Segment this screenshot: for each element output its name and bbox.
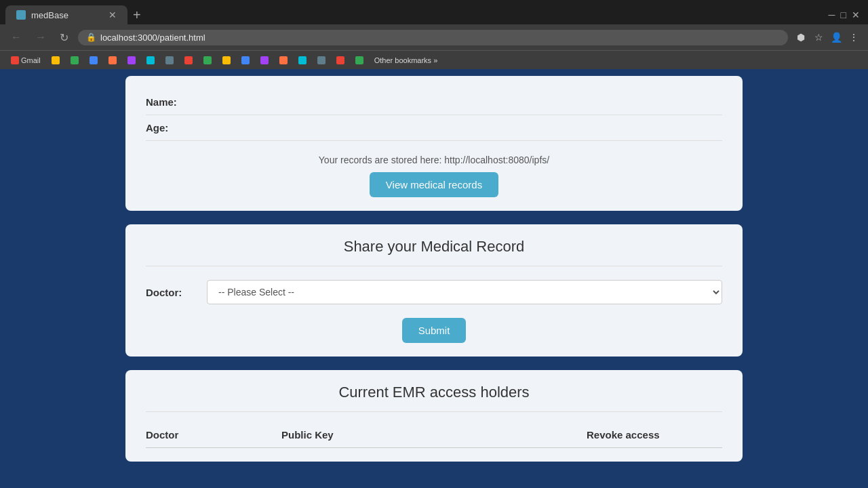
nav-bar: ← → ↻ 🔒 localhost:3000/patient.html ⬢ ☆ …: [0, 24, 868, 50]
profile-icon[interactable]: 👤: [829, 30, 844, 45]
share-card-header: Share your Medical Record: [146, 238, 722, 266]
bookmark-15[interactable]: [294, 55, 311, 66]
doctor-label: Doctor:: [146, 287, 193, 298]
share-record-card: Share your Medical Record Doctor: -- Ple…: [125, 224, 743, 357]
name-label: Name:: [146, 96, 186, 108]
content-wrapper: Name: Age: Your records are stored here:…: [112, 69, 756, 488]
address-bar[interactable]: 🔒 localhost:3000/patient.html: [78, 30, 788, 45]
bookmark-13[interactable]: [256, 55, 273, 66]
tab-title: medBase: [31, 10, 68, 20]
records-info-text: Your records are stored here: http://loc…: [146, 155, 722, 165]
view-records-button[interactable]: View medical records: [370, 172, 498, 197]
submit-button[interactable]: Submit: [402, 318, 467, 343]
close-button[interactable]: ✕: [849, 9, 863, 20]
bookmark-3[interactable]: [66, 55, 83, 66]
name-row: Name:: [146, 89, 722, 115]
lock-icon: 🔒: [86, 33, 96, 42]
new-tab-button[interactable]: +: [127, 7, 146, 23]
bookmark-16[interactable]: [313, 55, 330, 66]
bookmark-12[interactable]: [237, 55, 254, 66]
access-holders-card: Current EMR access holders Doctor Public…: [125, 370, 743, 462]
col-header-revoke: Revoke access: [587, 429, 722, 441]
col-header-doctor: Doctor: [146, 429, 281, 441]
access-table: Doctor Public Key Revoke access: [146, 422, 722, 448]
bookmark-14[interactable]: [275, 55, 292, 66]
patient-info-card: Name: Age: Your records are stored here:…: [125, 76, 743, 211]
age-row: Age:: [146, 115, 722, 141]
bookmark-8[interactable]: [161, 55, 178, 66]
bookmark-10[interactable]: [199, 55, 216, 66]
age-label: Age:: [146, 122, 186, 134]
bookmark-gmail[interactable]: Gmail: [7, 55, 45, 66]
tab-bar: medBase ✕ + ─ □ ✕: [0, 0, 868, 24]
active-tab[interactable]: medBase ✕: [5, 5, 127, 24]
extensions-icon[interactable]: ⬢: [793, 30, 808, 45]
bookmarks-bar: Gmail Other bookmarks »: [0, 50, 868, 69]
browser-chrome: medBase ✕ + ─ □ ✕ ← → ↻ 🔒 localhost:3000…: [0, 0, 868, 69]
star-icon[interactable]: ☆: [811, 30, 826, 45]
bookmark-17[interactable]: [332, 55, 349, 66]
minimize-button[interactable]: ─: [826, 9, 838, 20]
col-header-pubkey: Public Key: [281, 429, 587, 441]
address-text: localhost:3000/patient.html: [100, 33, 205, 43]
share-card-title: Share your Medical Record: [146, 238, 722, 256]
bookmark-11[interactable]: [218, 55, 235, 66]
menu-icon[interactable]: ⋮: [846, 30, 861, 45]
bookmark-other[interactable]: Other bookmarks »: [370, 55, 442, 66]
bookmark-5[interactable]: [104, 55, 121, 66]
access-card-header: Current EMR access holders: [146, 384, 722, 412]
back-button[interactable]: ←: [7, 30, 26, 45]
forward-button[interactable]: →: [31, 30, 50, 45]
tab-favicon: [16, 10, 26, 20]
tab-close-button[interactable]: ✕: [108, 9, 117, 20]
bookmark-4[interactable]: [85, 55, 102, 66]
doctor-form-row: Doctor: -- Please Select --: [146, 280, 722, 304]
bookmark-2[interactable]: [47, 55, 64, 66]
reload-button[interactable]: ↻: [56, 30, 73, 45]
bookmark-9[interactable]: [180, 55, 197, 66]
nav-icons: ⬢ ☆ 👤 ⋮: [793, 30, 861, 45]
maximize-button[interactable]: □: [838, 9, 849, 20]
bookmark-18[interactable]: [351, 55, 368, 66]
page-content: Name: Age: Your records are stored here:…: [0, 69, 868, 488]
doctor-select[interactable]: -- Please Select --: [207, 280, 722, 304]
bookmark-6[interactable]: [123, 55, 140, 66]
table-header-row: Doctor Public Key Revoke access: [146, 422, 722, 448]
bookmark-7[interactable]: [142, 55, 159, 66]
access-card-title: Current EMR access holders: [146, 384, 722, 401]
